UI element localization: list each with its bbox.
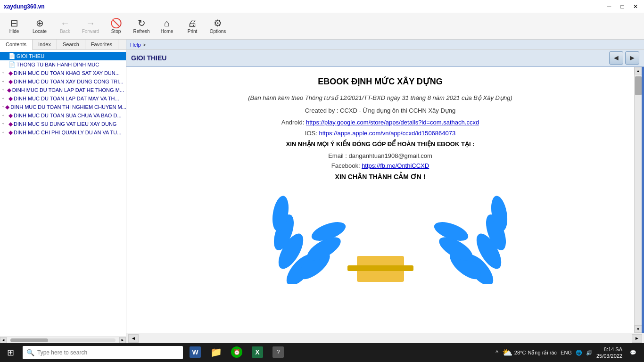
horizontal-scroll-track[interactable] (10, 338, 116, 342)
time-display: 8:14 SA (596, 346, 622, 353)
locate-button[interactable]: ⊕ Locate (27, 15, 52, 38)
tree-item-dinh-muc-may[interactable]: +◆DINH MUC DU TOAN LAP DAT MAY VA TH... (0, 94, 126, 103)
taskbar-apps: W 📁 ⏰ X ? (185, 343, 492, 362)
stop-icon: 🚫 (110, 18, 122, 28)
folder-icon: ◆ (8, 70, 13, 76)
taskbar-app-unknown[interactable]: ? (268, 343, 289, 362)
nav-buttons: ◄ ► (609, 51, 639, 65)
back-label: Back (60, 29, 70, 34)
start-button[interactable]: ⊞ (0, 343, 21, 362)
bottom-next-arrow[interactable]: ► (632, 334, 642, 343)
folder-icon: ◆ (7, 87, 11, 93)
logo-decoration (145, 190, 615, 284)
weather-widget: ⛅ 28°C Nắng rải rác (502, 347, 557, 358)
ios-url[interactable]: https://apps.apple.com/vn/app/ccxd/id150… (319, 130, 455, 137)
folder-icon: ◆ (5, 104, 9, 110)
tree-label-dinh-muc-cong-trinh: DINH MUC DU TOAN XAY DUNG CONG TRI... (14, 79, 123, 84)
svg-rect-15 (347, 265, 413, 271)
taskbar-app-word[interactable]: W (185, 343, 206, 362)
tree-label-dinh-muc-khao-sat: DINH MUC DU TOAN KHAO SAT XAY DUN... (14, 70, 120, 76)
taskbar-clock: 8:14 SA 25/03/2022 (596, 346, 622, 360)
facebook-line: Facebook: https://fb.me/OnthiCCXD (145, 162, 615, 169)
tab-search[interactable]: Search (57, 40, 85, 49)
prev-page-button[interactable]: ◄ (609, 51, 623, 65)
tree-item-dinh-muc-khao-sat[interactable]: +◆DINH MUC DU TOAN KHAO SAT XAY DUN... (0, 69, 126, 77)
expand-icon: + (2, 113, 8, 118)
facebook-url[interactable]: https://fb.me/OnthiCCXD (362, 162, 429, 169)
expand-icon: + (2, 79, 8, 84)
scroll-down-arrow[interactable]: ▼ (635, 325, 642, 333)
ios-link-line: IOS: https://apps.apple.com/vn/app/ccxd/… (145, 130, 615, 137)
taskbar-app-green[interactable]: ⏰ (226, 343, 247, 362)
tree-item-dinh-muc-vat-lieu[interactable]: +◆DINH MUC SU DUNG VAT LIEU XAY DUNG (0, 120, 126, 128)
tab-favorites[interactable]: Favorites (85, 40, 118, 49)
system-tray-chevron[interactable]: ^ (495, 349, 498, 356)
print-button[interactable]: 🖨 Print (180, 15, 205, 38)
maximize-button[interactable]: □ (618, 2, 627, 11)
forward-label: Forward (82, 29, 99, 34)
sound-icon[interactable]: 🔊 (586, 350, 593, 356)
tree-item-dinh-muc-thi-nghiem[interactable]: +◆DINH MUC DU TOAN THI NGHIEM CHUYEN M..… (0, 103, 126, 111)
expand-icon: + (2, 96, 8, 101)
home-button[interactable]: ⌂ Home (155, 15, 179, 38)
android-url[interactable]: https://play.google.com/store/apps/detai… (306, 119, 479, 126)
weather-temp: 28°C (514, 350, 526, 355)
explorer-icon: 📁 (210, 346, 222, 358)
tree-item-thong-tu[interactable]: 📄THONG TU BAN HANH DINH MUC (0, 60, 126, 69)
hide-button[interactable]: ⊟ Hide (2, 15, 26, 38)
excel-icon: X (252, 346, 263, 358)
green-app-icon: ⏰ (231, 346, 242, 358)
app-logo: xaydung360.vn (4, 3, 45, 10)
taskbar-app-explorer[interactable]: 📁 (206, 343, 226, 362)
back-icon: ← (60, 18, 70, 28)
breadcrumb: Help > (126, 40, 644, 50)
network-icon[interactable]: 🌐 (576, 350, 582, 356)
logo-svg (215, 190, 545, 284)
options-icon: ⚙ (214, 18, 222, 28)
vertical-scroll-thumb[interactable] (635, 76, 642, 95)
feedback-text: XIN NHẬN MỌI Ý KIẾN ĐÓNG GÓP ĐỂ HOÀN THI… (145, 140, 615, 148)
horizontal-scrollbar[interactable]: ◄ ► (0, 337, 126, 343)
thanks-text: XIN CHÂN THÀNH CẢM ƠN ! (145, 173, 615, 181)
minimize-button[interactable]: ─ (604, 2, 614, 11)
close-button[interactable]: ✕ (631, 2, 640, 11)
expand-icon: + (2, 122, 8, 126)
ebook-title: EBOOK ĐỊNH MỨC XÂY DỰNG (145, 76, 615, 87)
back-button[interactable]: ← Back (53, 15, 77, 38)
content-header-area: Help > GIOI THIEU ◄ ► (126, 40, 644, 67)
tree-item-dinh-muc-chi-phi[interactable]: +◆DINH MUC CHI PHI QUAN LY DU AN VA TU..… (0, 128, 126, 137)
tab-contents[interactable]: Contents (0, 40, 33, 50)
scroll-left-arrow[interactable]: ◄ (0, 337, 7, 344)
stop-label: Stop (111, 29, 121, 34)
taskbar-app-excel[interactable]: X (247, 343, 268, 362)
title-bar: xaydung360.vn ─ □ ✕ (0, 0, 644, 13)
email-label: Email : (328, 152, 347, 159)
scroll-right-arrow[interactable]: ► (119, 337, 126, 344)
stop-button[interactable]: 🚫 Stop (104, 15, 128, 38)
bottom-prev-arrow[interactable]: ◄ (128, 334, 139, 343)
vertical-scrollbar[interactable]: ▲ ▼ (634, 67, 642, 333)
word-icon: W (190, 346, 201, 358)
home-icon: ⌂ (164, 18, 170, 28)
horizontal-scroll-thumb[interactable] (10, 338, 48, 342)
forward-button[interactable]: → Forward (78, 15, 103, 38)
language-indicator[interactable]: ENG (561, 350, 572, 355)
scroll-up-arrow[interactable]: ▲ (635, 67, 642, 74)
taskbar-search-box[interactable]: 🔍 (23, 346, 183, 359)
tree-item-dinh-muc-sua-chua[interactable]: +◆DINH MUC DU TOAN SUA CHUA VA BAO D... (0, 111, 126, 120)
locate-label: Locate (33, 29, 47, 34)
folder-icon: ◆ (8, 95, 13, 102)
tree-item-dinh-muc-cong-trinh[interactable]: +◆DINH MUC DU TOAN XAY DUNG CONG TRI... (0, 77, 126, 86)
folder-icon: ◆ (8, 129, 13, 136)
breadcrumb-help[interactable]: Help (130, 42, 141, 48)
search-input[interactable] (37, 349, 179, 356)
refresh-button[interactable]: ↻ Refresh (129, 15, 154, 38)
notification-button[interactable]: 💬 (626, 343, 640, 362)
tree-item-gioi-thieu[interactable]: 📄GIOI THIEU (0, 52, 126, 60)
tab-index[interactable]: Index (33, 40, 57, 49)
options-button[interactable]: ⚙ Options (206, 15, 230, 38)
next-page-button[interactable]: ► (625, 51, 639, 65)
tree-label-gioi-thieu: GIOI THIEU (17, 53, 44, 59)
tree-item-dinh-muc-he-thong[interactable]: +◆DINH MUC DU TOAN LAP DAT HE THONG M... (0, 86, 126, 94)
vertical-scroll-track[interactable] (635, 74, 642, 325)
